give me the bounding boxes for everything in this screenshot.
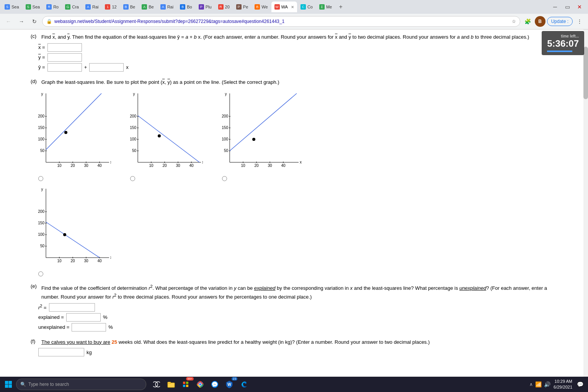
graph-1[interactable]: y x 50 100 150 200 10 20 (34, 90, 111, 174)
tab-label-12: 12 (112, 5, 116, 9)
tab-me[interactable]: Σ Me (316, 2, 335, 12)
svg-text:30: 30 (84, 259, 88, 263)
tab-pe[interactable]: P Pe (233, 2, 251, 12)
explained-row: explained = % (38, 313, 557, 322)
back-button[interactable]: ← (3, 16, 14, 27)
svg-text:30: 30 (84, 163, 88, 168)
a-input[interactable] (47, 63, 82, 72)
tab-label-co: Co (307, 5, 313, 9)
refresh-button[interactable]: ↻ (29, 16, 40, 27)
wifi-icon[interactable]: 📶 (535, 381, 542, 387)
chevron-up-icon[interactable]: ∧ (529, 382, 533, 387)
address-bar[interactable]: 🔒 webassign.net/web/Student/Assignment-R… (42, 16, 520, 27)
xbar-label: x = (38, 44, 45, 50)
start-button[interactable] (2, 377, 15, 391)
tab-20[interactable]: R 20 (215, 2, 233, 12)
graph-2[interactable]: y x 50 100 150 200 10 20 30 40 (126, 90, 203, 174)
weight-input[interactable] (38, 348, 84, 356)
svg-text:20: 20 (70, 259, 75, 263)
tab-be-1[interactable]: B Be (120, 2, 138, 12)
explained-input[interactable] (66, 313, 101, 322)
taskbar-search[interactable]: 🔍 Type here to search (16, 379, 146, 390)
graph-3[interactable]: y x 50 100 150 200 10 20 30 40 (218, 90, 302, 174)
plus-sign: + (84, 64, 87, 70)
tab-12[interactable]: 1 12 (102, 2, 119, 12)
svg-text:200: 200 (222, 114, 228, 118)
svg-rect-83 (9, 381, 12, 384)
tab-sea-2[interactable]: S Sea (23, 2, 43, 12)
tab-favicon-rai-1: A (85, 4, 91, 10)
tab-plu[interactable]: P Plu (196, 2, 215, 12)
tab-favicon-be-2: A (142, 4, 147, 10)
notification-icon[interactable]: 💬 (577, 381, 583, 387)
tab-co[interactable]: C Co (297, 2, 316, 12)
update-button[interactable]: Update : (547, 17, 573, 26)
tab-rai-1[interactable]: A Rai (82, 2, 102, 12)
tab-sea-1[interactable]: S Sea (2, 2, 22, 12)
profile-button[interactable]: B (535, 16, 546, 27)
extensions-button[interactable]: 🧩 (523, 16, 533, 27)
question-e-text: Find the value of the coefficient of det… (41, 283, 557, 301)
scrollbar-vertical[interactable] (583, 29, 588, 377)
tab-be-2[interactable]: A Be (139, 2, 157, 12)
forward-button[interactable]: → (16, 16, 27, 27)
yhat-symbol: ŷ (177, 34, 180, 40)
speaker-icon[interactable]: 🔊 (544, 381, 550, 387)
graph-4-radio[interactable] (38, 271, 43, 276)
question-f-text: The calves you want to buy are 25 weeks … (41, 338, 557, 346)
svg-text:20: 20 (162, 163, 167, 168)
g1-x-label: x (110, 160, 111, 164)
xbar-input[interactable] (47, 43, 82, 52)
tab-label-bo: Bo (187, 5, 192, 9)
question-d-label: (d) Graph the least-squares line. Be sur… (31, 78, 557, 86)
taskbar-clock[interactable]: 10:29 AM 6/29/2021 (554, 379, 572, 390)
g1-point (64, 131, 67, 134)
timer-overlay: time left... 5:36:07 (542, 31, 584, 55)
question-e-part: (e) (31, 283, 38, 289)
unexplained-input[interactable] (72, 323, 106, 332)
chrome-button[interactable] (194, 378, 207, 391)
browser-chrome: S Sea S Sea R Ro G Cra A Rai 1 12 B Be A (0, 0, 588, 29)
tab-close-wa[interactable]: ✕ (291, 5, 294, 9)
svg-text:10: 10 (241, 163, 245, 168)
tab-favicon-be-1: B (123, 4, 129, 10)
graphs-top-row: y x 50 100 150 200 10 20 (34, 90, 557, 181)
xbar-row: x = (38, 43, 557, 52)
maximize-button[interactable]: ▭ (562, 2, 573, 12)
tab-favicon-20: R (218, 4, 224, 10)
ybar-input[interactable] (47, 53, 82, 62)
y-var: y (234, 285, 237, 291)
tab-favicon-12: 1 (105, 4, 110, 10)
close-button[interactable]: ✕ (574, 2, 585, 12)
tab-cra[interactable]: G Cra (62, 2, 82, 12)
tab-wa-active[interactable]: W WA ✕ (271, 2, 297, 12)
graph-1-radio[interactable] (38, 176, 43, 181)
store-button[interactable]: 99+ (179, 378, 192, 391)
windows-security-button[interactable]: W 23 (223, 378, 236, 391)
tab-label-sea-1: Sea (11, 5, 19, 9)
edge-icon (240, 381, 248, 388)
graph-4[interactable]: y x 50 100 150 200 10 20 30 40 (34, 185, 111, 269)
tab-rai-2[interactable]: A Rai (157, 2, 177, 12)
messenger-button[interactable] (208, 378, 221, 391)
explained-percent: % (103, 314, 108, 320)
tab-we[interactable]: B We (252, 2, 271, 12)
new-tab-button[interactable]: + (335, 2, 346, 12)
task-view-button[interactable] (150, 378, 163, 391)
graph-2-container: y x 50 100 150 200 10 20 30 40 (126, 90, 203, 181)
minimize-button[interactable]: ─ (550, 2, 560, 12)
graph-3-radio[interactable] (222, 176, 227, 181)
svg-text:150: 150 (38, 126, 44, 130)
b-input[interactable] (89, 63, 124, 72)
edge-button[interactable] (237, 378, 250, 391)
scrollbar-thumb[interactable] (583, 47, 588, 99)
tab-favicon-ro: R (46, 4, 52, 10)
star-icon[interactable]: ☆ (512, 19, 516, 24)
file-explorer-button[interactable] (165, 378, 178, 391)
graph-2-radio[interactable] (130, 176, 135, 181)
menu-button[interactable]: ⋮ (574, 16, 585, 27)
tab-bo[interactable]: B Bo (177, 2, 195, 12)
r2-input[interactable] (49, 303, 95, 312)
tab-ro[interactable]: R Ro (43, 2, 62, 12)
ybar-label: y = (38, 54, 45, 60)
